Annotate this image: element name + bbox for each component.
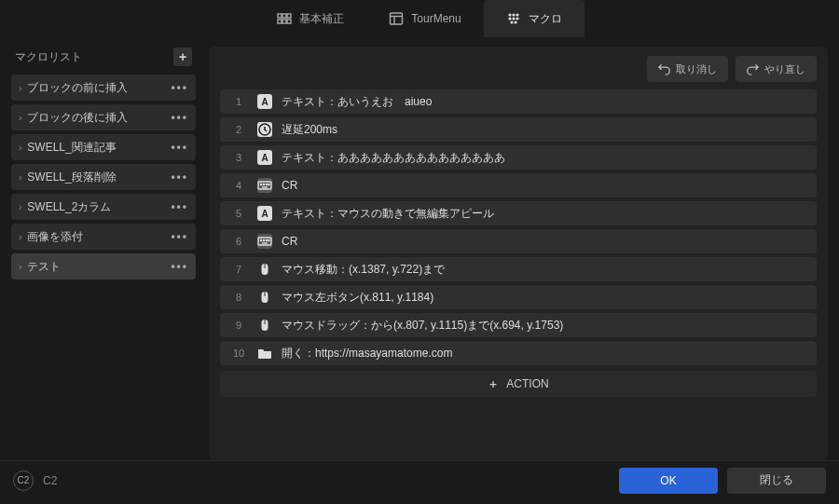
- macro-icon: [506, 11, 521, 26]
- more-icon[interactable]: •••: [171, 260, 188, 273]
- action-text: 開く：https://masayamatome.com: [282, 346, 452, 361]
- macro-item-label: SWELL_段落削除: [27, 170, 116, 185]
- redo-icon: [747, 63, 759, 75]
- action-row[interactable]: 6CR: [220, 229, 817, 253]
- more-icon[interactable]: •••: [171, 111, 188, 124]
- more-icon[interactable]: •••: [171, 81, 188, 94]
- text-type-icon: A: [257, 94, 272, 109]
- chevron-right-icon: ›: [19, 113, 21, 123]
- redo-button[interactable]: やり直し: [736, 56, 817, 82]
- svg-rect-1: [282, 14, 286, 18]
- more-icon[interactable]: •••: [171, 170, 188, 184]
- svg-point-25: [260, 239, 261, 240]
- layout-icon: [389, 11, 404, 26]
- action-text: テキスト：マウスの動きで無編集アピール: [282, 206, 494, 222]
- row-number: 5: [229, 208, 248, 219]
- svg-point-12: [508, 17, 511, 20]
- tab-basic-correction[interactable]: 基本補正: [254, 0, 366, 37]
- action-text: CR: [282, 235, 297, 248]
- action-row[interactable]: 3Aテキスト：あああああああああああああああ: [220, 145, 817, 170]
- action-text: テキスト：あああああああああああああああ: [282, 150, 505, 166]
- action-row[interactable]: 5Aテキスト：マウスの動きで無編集アピール: [220, 201, 817, 225]
- chevron-right-icon: ›: [19, 83, 21, 93]
- svg-rect-3: [278, 20, 282, 23]
- svg-point-9: [508, 13, 511, 16]
- clock-icon: [257, 122, 272, 137]
- svg-point-10: [512, 13, 515, 16]
- macro-item-label: 画像を添付: [27, 229, 83, 245]
- macro-list-item[interactable]: ›テスト•••: [11, 253, 196, 279]
- action-text: テキスト：あいうえお aiueo: [282, 94, 432, 110]
- action-text: マウス移動：(x.1387, y.722)まで: [282, 262, 445, 278]
- folder-icon: [257, 346, 272, 361]
- svg-point-15: [510, 20, 513, 23]
- action-row[interactable]: 4CR: [220, 173, 817, 198]
- keyboard-icon: [257, 178, 272, 193]
- svg-point-11: [516, 13, 518, 16]
- grid-icon: [277, 11, 292, 26]
- chevron-right-icon: ›: [19, 202, 21, 212]
- undo-button[interactable]: 取り消し: [647, 56, 728, 82]
- svg-point-13: [512, 17, 515, 20]
- action-row[interactable]: 8マウス左ボタン(x.811, y.1184): [220, 285, 817, 309]
- macro-list-item[interactable]: ›SWELL_関連記事•••: [11, 134, 196, 160]
- row-number: 10: [229, 347, 248, 359]
- tab-label: 基本補正: [299, 11, 344, 27]
- chevron-right-icon: ›: [19, 262, 21, 272]
- svg-point-27: [266, 239, 267, 240]
- chevron-right-icon: ›: [19, 232, 21, 242]
- row-number: 1: [229, 96, 248, 107]
- redo-label: やり直し: [764, 62, 805, 76]
- macro-item-label: SWELL_2カラム: [27, 199, 111, 215]
- action-text: CR: [282, 179, 297, 192]
- tab-bar: 基本補正 TourMenu マクロ: [0, 0, 839, 37]
- svg-point-14: [516, 17, 518, 20]
- action-text: 遅延200ms: [282, 122, 337, 138]
- c2-badge: C2: [13, 470, 34, 491]
- action-text: マウス左ボタン(x.811, y.1184): [282, 290, 433, 306]
- undo-icon: [658, 63, 670, 75]
- macro-list-item[interactable]: ›画像を添付•••: [11, 224, 196, 250]
- svg-point-26: [263, 239, 264, 240]
- action-row[interactable]: 7マウス移動：(x.1387, y.722)まで: [220, 257, 817, 281]
- ok-button[interactable]: OK: [619, 468, 718, 494]
- svg-rect-2: [287, 14, 291, 18]
- action-row[interactable]: 10開く：https://masayamatome.com: [220, 341, 817, 365]
- tab-macro[interactable]: マクロ: [484, 0, 585, 37]
- add-action-button[interactable]: ＋ ACTION: [220, 371, 817, 397]
- more-icon[interactable]: •••: [171, 200, 188, 213]
- row-number: 2: [229, 124, 248, 135]
- action-row[interactable]: 1Aテキスト：あいうえお aiueo: [220, 89, 817, 114]
- tab-tourmenu[interactable]: TourMenu: [366, 0, 483, 37]
- macro-item-label: ブロックの後に挿入: [27, 110, 128, 126]
- footer-bar: C2 C2 OK 閉じる: [0, 460, 839, 499]
- macro-list-item[interactable]: ›ブロックの前に挿入•••: [11, 75, 196, 101]
- more-icon[interactable]: •••: [171, 230, 188, 243]
- macro-list-item[interactable]: ›SWELL_2カラム•••: [11, 194, 196, 220]
- add-action-label: ACTION: [506, 377, 548, 390]
- row-number: 3: [229, 152, 248, 163]
- close-button[interactable]: 閉じる: [727, 468, 826, 494]
- row-number: 9: [229, 320, 248, 331]
- more-icon[interactable]: •••: [171, 141, 188, 154]
- svg-point-20: [263, 184, 264, 184]
- svg-point-22: [268, 184, 269, 184]
- macro-list-item[interactable]: ›ブロックの後に挿入•••: [11, 104, 196, 130]
- row-number: 4: [229, 180, 248, 191]
- plus-icon: ＋: [488, 376, 499, 392]
- macro-item-label: SWELL_関連記事: [27, 140, 116, 156]
- action-row[interactable]: 9マウスドラッグ：から(x.807, y.1115)まで(x.694, y.17…: [220, 313, 817, 337]
- svg-point-19: [260, 184, 261, 184]
- sidebar-title: マクロリスト: [15, 49, 82, 65]
- mouse-icon: [257, 262, 272, 277]
- keyboard-icon: [257, 234, 272, 249]
- undo-label: 取り消し: [676, 62, 717, 76]
- svg-point-21: [266, 184, 267, 184]
- row-number: 8: [229, 292, 248, 303]
- text-type-icon: A: [257, 206, 272, 221]
- macro-list-item[interactable]: ›SWELL_段落削除•••: [11, 164, 196, 190]
- action-row[interactable]: 2遅延200ms: [220, 117, 817, 142]
- mouse-icon: [257, 290, 272, 305]
- row-number: 7: [229, 264, 248, 275]
- add-macro-button[interactable]: +: [173, 48, 192, 66]
